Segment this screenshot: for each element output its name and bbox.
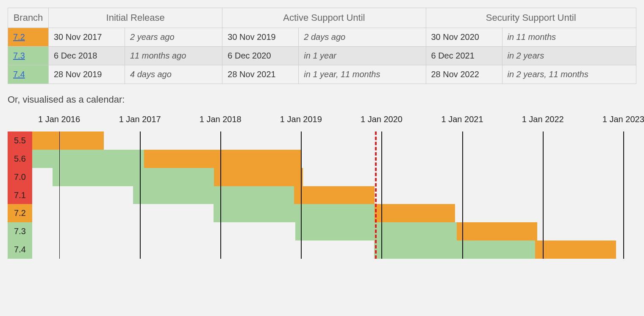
gridline [381,131,382,259]
axis-tick: 1 Jan 2017 [119,115,161,124]
security-rel: in 11 months [502,28,636,47]
axis-tick: 1 Jan 2022 [522,115,564,124]
active-support-bar [32,150,144,168]
series-label: 7.4 [8,240,32,259]
gridline [462,131,463,259]
active-support-bar [374,240,536,259]
branch-link[interactable]: 7.2 [13,32,25,42]
security-support-bar [375,204,455,222]
active-rel: 2 days ago [299,28,426,47]
calendar-caption: Or, visualised as a calendar: [8,94,636,105]
branch-cell: 7.4 [8,65,49,84]
gridline [301,131,302,259]
security-date: 30 Nov 2020 [426,28,502,47]
branch-link[interactable]: 7.4 [13,70,25,79]
axis-tick: 1 Jan 2023 [602,115,644,124]
security-support-bar [294,186,375,204]
col-initial: Initial Release [49,8,222,28]
series-label: 7.3 [8,222,32,240]
security-support-bar [144,150,301,168]
branch-cell: 7.2 [8,28,49,47]
table-row: 7.36 Dec 201811 months ago6 Dec 2020in 1… [8,47,636,65]
timeline-row [32,204,636,222]
branch-cell: 7.3 [8,47,49,65]
active-date: 30 Nov 2019 [222,28,299,47]
series-label: 7.2 [8,204,32,222]
axis-tick: 1 Jan 2018 [200,115,242,124]
active-date: 28 Nov 2021 [222,65,299,84]
timeline-row [32,131,636,150]
gridline [140,131,141,259]
table-row: 7.230 Nov 20172 years ago30 Nov 20192 da… [8,28,636,47]
active-date: 6 Dec 2020 [222,47,299,65]
gridline [220,131,221,259]
axis-tick: 1 Jan 2019 [280,115,322,124]
initial-rel: 11 months ago [125,47,222,65]
today-marker [375,131,377,259]
security-date: 6 Dec 2021 [426,47,502,65]
table-row: 7.428 Nov 20194 days ago28 Nov 2021in 1 … [8,65,636,84]
initial-date: 30 Nov 2017 [49,28,125,47]
gridline [623,131,624,259]
timeline-row [32,222,636,240]
series-label: 5.5 [8,131,32,150]
col-active: Active Support Until [222,8,426,28]
security-support-bar [32,131,104,150]
axis-tick: 1 Jan 2020 [361,115,402,124]
timeline-row [32,150,636,168]
gridline [543,131,544,259]
active-rel: in 1 year [299,47,426,65]
branch-link[interactable]: 7.3 [13,51,25,60]
series-label: 7.1 [8,186,32,204]
timeline-row [32,186,636,204]
series-label: 7.0 [8,168,32,186]
gridline [59,131,60,259]
versions-table: Branch Initial Release Active Support Un… [8,8,636,84]
active-support-bar [53,168,214,186]
active-support-bar [214,204,375,222]
security-support-bar [457,222,537,240]
timeline-row [32,240,636,259]
timeline-row [32,168,636,186]
security-rel: in 2 years [502,47,636,65]
security-rel: in 2 years, 11 months [502,65,636,84]
security-date: 28 Nov 2022 [426,65,502,84]
col-branch: Branch [8,8,49,28]
axis-tick: 1 Jan 2021 [441,115,483,124]
axis-tick: 1 Jan 2016 [38,115,80,124]
active-rel: in 1 year, 11 months [299,65,426,84]
initial-date: 28 Nov 2019 [49,65,125,84]
initial-rel: 4 days ago [125,65,222,84]
support-timeline: 5.55.67.07.17.27.37.4 1 Jan 20161 Jan 20… [8,115,636,259]
security-support-bar [535,240,616,259]
col-security: Security Support Until [426,8,636,28]
active-support-bar [133,186,294,204]
security-support-bar [214,168,303,186]
initial-rel: 2 years ago [125,28,222,47]
series-label: 5.6 [8,150,32,168]
initial-date: 6 Dec 2018 [49,47,125,65]
